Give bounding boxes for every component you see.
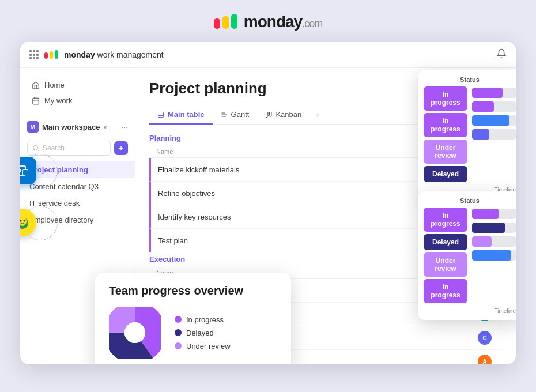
- tab-main-table[interactable]: Main table: [149, 105, 213, 125]
- logo-text: monday.com: [244, 13, 322, 31]
- mini-logo-icon: [44, 50, 58, 59]
- legend-dot-delayed: [175, 329, 182, 336]
- app-topbar-title: monday work management: [64, 50, 164, 59]
- timeline-label-bottom: Timeline: [424, 308, 516, 314]
- home-icon: [32, 81, 40, 89]
- workspace-name: Main workspace: [42, 123, 100, 131]
- chart-legend: In progress Delayed Under review: [175, 315, 231, 350]
- row-owner-comm: A: [467, 355, 502, 364]
- tab-gantt[interactable]: Gantt: [213, 105, 258, 125]
- svg-line-24: [37, 149, 38, 150]
- status-card-bottom: Status In progress Delayed Under review …: [418, 191, 516, 320]
- bell-icon[interactable]: [496, 48, 507, 61]
- row-owner-budget: C: [467, 331, 502, 345]
- app-topbar: monday work management: [20, 42, 516, 68]
- status-card-top-title: Status: [424, 76, 516, 83]
- search-row: Search +: [20, 141, 135, 156]
- svg-text:O: O: [20, 168, 21, 174]
- progress-overview-card: Team progress overview In progress: [95, 273, 291, 364]
- sidebar-item-mywork[interactable]: My work: [27, 93, 128, 108]
- workspace-chevron-icon: ∨: [103, 124, 107, 130]
- progress-card-title: Team progress overview: [109, 284, 277, 297]
- legend-item-under-review: Under review: [175, 342, 231, 350]
- svg-rect-34: [270, 112, 272, 116]
- legend-dot-in-progress: [175, 316, 182, 323]
- add-tab-button[interactable]: +: [309, 105, 326, 124]
- svg-point-23: [33, 146, 38, 150]
- tab-kanban[interactable]: Kanban: [257, 105, 309, 125]
- svg-rect-17: [50, 51, 53, 59]
- workspace-menu-dots[interactable]: ···: [121, 122, 128, 131]
- mywork-icon: [32, 97, 40, 105]
- sidebar-item-home[interactable]: Home: [27, 77, 128, 93]
- svg-point-11: [24, 220, 25, 222]
- table-icon: [157, 111, 164, 118]
- top-header: monday.com: [0, 0, 536, 42]
- status-card-bottom-title: Status: [424, 197, 516, 204]
- status-item-delayed-1: Delayed: [424, 166, 467, 182]
- progress-content: In progress Delayed Under review: [109, 307, 277, 359]
- workspace-badge: M: [27, 121, 39, 133]
- outlook-icon: O: [20, 163, 31, 179]
- avatar: C: [478, 331, 492, 345]
- monday-logo: monday.com: [214, 13, 322, 31]
- logo-mark-icon: [214, 14, 238, 30]
- svg-rect-6: [23, 170, 28, 175]
- add-item-button[interactable]: +: [114, 141, 128, 155]
- legend-item-in-progress: In progress: [175, 315, 231, 324]
- status-item-in-progress-3: In progress: [424, 208, 467, 232]
- svg-point-15: [124, 322, 145, 343]
- status-item-delayed-2: Delayed: [424, 234, 467, 250]
- svg-rect-1: [222, 16, 229, 29]
- gantt-icon: [221, 111, 228, 118]
- legend-dot-under-review: [175, 342, 182, 349]
- avatar: A: [478, 355, 492, 364]
- status-item-in-progress-2: In progress: [424, 113, 467, 137]
- svg-rect-25: [158, 112, 164, 117]
- app-window: O Status In progress In progress Under r…: [20, 42, 516, 364]
- legend-item-delayed: Delayed: [175, 329, 231, 337]
- app-logo-small: [44, 50, 58, 59]
- mailchimp-icon: [20, 214, 31, 231]
- svg-rect-32: [266, 112, 268, 117]
- sidebar-nav: Home My work: [20, 77, 135, 108]
- status-item-under-review-1: Under review: [424, 140, 467, 164]
- grid-icon[interactable]: [29, 50, 39, 59]
- svg-rect-33: [268, 112, 270, 115]
- svg-rect-18: [55, 50, 58, 59]
- status-card-top: Status In progress In progress Under rev…: [418, 70, 516, 199]
- svg-rect-16: [44, 52, 48, 59]
- svg-rect-2: [231, 14, 237, 29]
- search-placeholder: Search: [43, 144, 65, 152]
- status-item-in-progress-1: In progress: [424, 86, 467, 111]
- status-item-under-review-2: Under review: [424, 252, 467, 277]
- outlook-integration-badge[interactable]: O: [20, 157, 36, 184]
- workspace-row[interactable]: M Main workspace ∨ ···: [20, 118, 135, 136]
- svg-rect-19: [33, 98, 39, 104]
- status-item-in-progress-4: In progress: [424, 279, 467, 303]
- kanban-icon: [265, 111, 272, 118]
- svg-rect-0: [214, 18, 220, 29]
- pie-chart: [109, 307, 161, 359]
- search-icon: [32, 145, 39, 152]
